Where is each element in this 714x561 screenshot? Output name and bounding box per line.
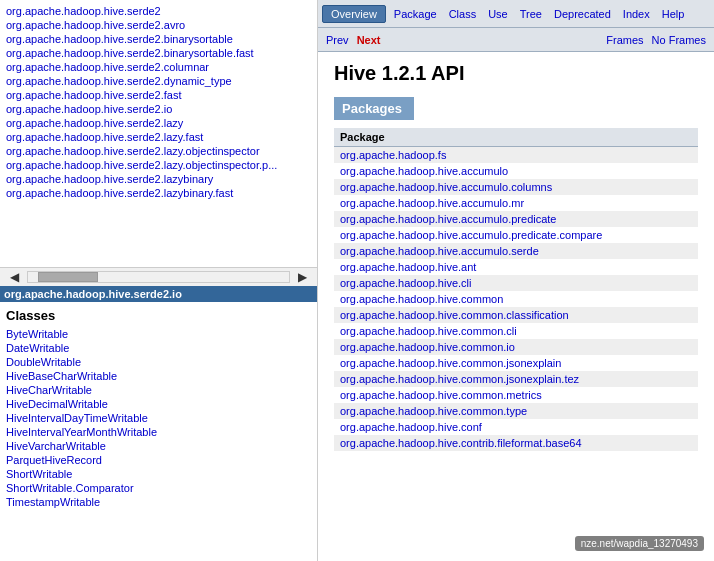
next-link[interactable]: Next <box>357 34 381 46</box>
class-link-hivebasecharwritable[interactable]: HiveBaseCharWritable <box>2 369 315 383</box>
prev-link[interactable]: Prev <box>326 34 349 46</box>
scroll-left-btn[interactable]: ◀ <box>4 270 25 284</box>
nav-help-link[interactable]: Help <box>656 6 691 22</box>
classes-header: Classes <box>2 302 315 327</box>
package-col-header: Package <box>334 128 698 147</box>
pkg-link[interactable]: org.apache.hadoop.hive.serde2.io <box>2 102 315 116</box>
nav-package-link[interactable]: Package <box>388 6 443 22</box>
pkg-link[interactable]: org.apache.hadoop.hive.serde2.dynamic_ty… <box>2 74 315 88</box>
nav-tree-link[interactable]: Tree <box>514 6 548 22</box>
pkg-link[interactable]: org.apache.hadoop.hive.serde2.lazybinary <box>2 172 315 186</box>
package-list-scroll[interactable]: org.apache.hadoop.hive.serde2 org.apache… <box>0 0 317 267</box>
pkg-link[interactable]: org.apache.hadoop.hive.serde2.lazy.fast <box>2 130 315 144</box>
class-link-hivedecimalwritable[interactable]: HiveDecimalWritable <box>2 397 315 411</box>
package-row-link[interactable]: org.apache.hadoop.hive.conf <box>340 421 482 433</box>
nav-index-link[interactable]: Index <box>617 6 656 22</box>
package-row-link[interactable]: org.apache.hadoop.hive.ant <box>340 261 476 273</box>
table-row: org.apache.hadoop.hive.cli <box>334 275 698 291</box>
table-row: org.apache.hadoop.hive.common.cli <box>334 323 698 339</box>
page-title: Hive 1.2.1 API <box>334 62 698 85</box>
class-link-shortwritable[interactable]: ShortWritable <box>2 467 315 481</box>
nav-overview-btn[interactable]: Overview <box>322 5 386 23</box>
pkg-link[interactable]: org.apache.hadoop.hive.serde2.binarysort… <box>2 32 315 46</box>
table-row: org.apache.hadoop.hive.accumulo.serde <box>334 243 698 259</box>
package-row-link[interactable]: org.apache.hadoop.hive.accumulo.columns <box>340 181 552 193</box>
table-row: org.apache.hadoop.hive.common.classifica… <box>334 307 698 323</box>
package-row-link[interactable]: org.apache.hadoop.hive.common.classifica… <box>340 309 569 321</box>
table-row: org.apache.hadoop.hive.common.metrics <box>334 387 698 403</box>
h-scroll-track[interactable] <box>27 271 290 283</box>
pkg-link[interactable]: org.apache.hadoop.hive.serde2.lazy.objec… <box>2 144 315 158</box>
h-scrollbar[interactable]: ◀ ▶ <box>0 267 317 286</box>
table-row: org.apache.hadoop.hive.accumulo.mr <box>334 195 698 211</box>
packages-button[interactable]: Packages <box>334 97 414 120</box>
table-row: org.apache.hadoop.hive.ant <box>334 259 698 275</box>
frames-link[interactable]: Frames <box>606 34 643 46</box>
table-row: org.apache.hadoop.hive.common.io <box>334 339 698 355</box>
table-row: org.apache.hadoop.fs <box>334 147 698 164</box>
nav-class-link[interactable]: Class <box>443 6 483 22</box>
package-row-link[interactable]: org.apache.hadoop.hive.common.jsonexplai… <box>340 373 579 385</box>
scroll-right-btn[interactable]: ▶ <box>292 270 313 284</box>
package-row-link[interactable]: org.apache.hadoop.hive.cli <box>340 277 471 289</box>
nav-use-link[interactable]: Use <box>482 6 514 22</box>
package-row-link[interactable]: org.apache.hadoop.hive.accumulo.mr <box>340 197 524 209</box>
packages-table: Package org.apache.hadoop.fsorg.apache.h… <box>334 128 698 451</box>
nav-deprecated-link[interactable]: Deprecated <box>548 6 617 22</box>
package-row-link[interactable]: org.apache.hadoop.hive.accumulo <box>340 165 508 177</box>
class-link-hiveintervaldaytimewritable[interactable]: HiveIntervalDayTimeWritable <box>2 411 315 425</box>
pkg-link[interactable]: org.apache.hadoop.hive.serde2.lazy.objec… <box>2 158 315 172</box>
class-link-hiveintervalyearmonthwritable[interactable]: HiveIntervalYearMonthWritable <box>2 425 315 439</box>
class-link-bytewritable[interactable]: ByteWritable <box>2 327 315 341</box>
class-link-timestampwritable[interactable]: TimestampWritable <box>2 495 315 509</box>
left-panel: org.apache.hadoop.hive.serde2 org.apache… <box>0 0 318 561</box>
table-row: org.apache.hadoop.hive.common.jsonexplai… <box>334 371 698 387</box>
top-nav: Overview Package Class Use Tree Deprecat… <box>318 0 714 28</box>
table-row: org.apache.hadoop.hive.accumulo.columns <box>334 179 698 195</box>
table-row: org.apache.hadoop.hive.accumulo <box>334 163 698 179</box>
class-link-hivecharwritable[interactable]: HiveCharWritable <box>2 383 315 397</box>
sub-nav: Prev Next Frames No Frames <box>318 28 714 52</box>
package-row-link[interactable]: org.apache.hadoop.hive.common.cli <box>340 325 517 337</box>
pkg-link[interactable]: org.apache.hadoop.hive.serde2.avro <box>2 18 315 32</box>
package-row-link[interactable]: org.apache.hadoop.hive.common <box>340 293 503 305</box>
table-row: org.apache.hadoop.hive.accumulo.predicat… <box>334 227 698 243</box>
class-link-parquethiverecord[interactable]: ParquetHiveRecord <box>2 453 315 467</box>
table-row: org.apache.hadoop.hive.accumulo.predicat… <box>334 211 698 227</box>
right-panel: Overview Package Class Use Tree Deprecat… <box>318 0 714 561</box>
pkg-link[interactable]: org.apache.hadoop.hive.serde2.fast <box>2 88 315 102</box>
package-row-link[interactable]: org.apache.hadoop.hive.common.io <box>340 341 515 353</box>
package-row-link[interactable]: org.apache.hadoop.hive.common.metrics <box>340 389 542 401</box>
pkg-link[interactable]: org.apache.hadoop.hive.serde2 <box>2 4 315 18</box>
table-row: org.apache.hadoop.hive.conf <box>334 419 698 435</box>
pkg-link[interactable]: org.apache.hadoop.hive.serde2.lazy <box>2 116 315 130</box>
package-row-link[interactable]: org.apache.hadoop.hive.common.jsonexplai… <box>340 357 561 369</box>
package-row-link[interactable]: org.apache.hadoop.hive.contrib.fileforma… <box>340 437 582 449</box>
no-frames-link[interactable]: No Frames <box>652 34 706 46</box>
package-row-link[interactable]: org.apache.hadoop.hive.accumulo.predicat… <box>340 229 602 241</box>
pkg-link[interactable]: org.apache.hadoop.hive.serde2.lazybinary… <box>2 186 315 200</box>
table-row: org.apache.hadoop.hive.common.type <box>334 403 698 419</box>
table-row: org.apache.hadoop.hive.common.jsonexplai… <box>334 355 698 371</box>
package-row-link[interactable]: org.apache.hadoop.hive.accumulo.predicat… <box>340 213 556 225</box>
main-content: Hive 1.2.1 API Packages Package org.apac… <box>318 52 714 561</box>
class-link-shortwritablecomparator[interactable]: ShortWritable.Comparator <box>2 481 315 495</box>
h-scroll-thumb[interactable] <box>38 272 98 282</box>
package-row-link[interactable]: org.apache.hadoop.fs <box>340 149 446 161</box>
class-link-hivevarcharwritable[interactable]: HiveVarcharWritable <box>2 439 315 453</box>
table-row: org.apache.hadoop.hive.contrib.fileforma… <box>334 435 698 451</box>
pkg-link[interactable]: org.apache.hadoop.hive.serde2.binarysort… <box>2 46 315 60</box>
class-link-doublewritable[interactable]: DoubleWritable <box>2 355 315 369</box>
package-row-link[interactable]: org.apache.hadoop.hive.common.type <box>340 405 527 417</box>
classes-section: Classes ByteWritable DateWritable Double… <box>0 302 317 561</box>
class-link-datewritable[interactable]: DateWritable <box>2 341 315 355</box>
table-row: org.apache.hadoop.hive.common <box>334 291 698 307</box>
package-row-link[interactable]: org.apache.hadoop.hive.accumulo.serde <box>340 245 539 257</box>
selected-package[interactable]: org.apache.hadoop.hive.serde2.io <box>0 286 317 302</box>
pkg-link[interactable]: org.apache.hadoop.hive.serde2.columnar <box>2 60 315 74</box>
